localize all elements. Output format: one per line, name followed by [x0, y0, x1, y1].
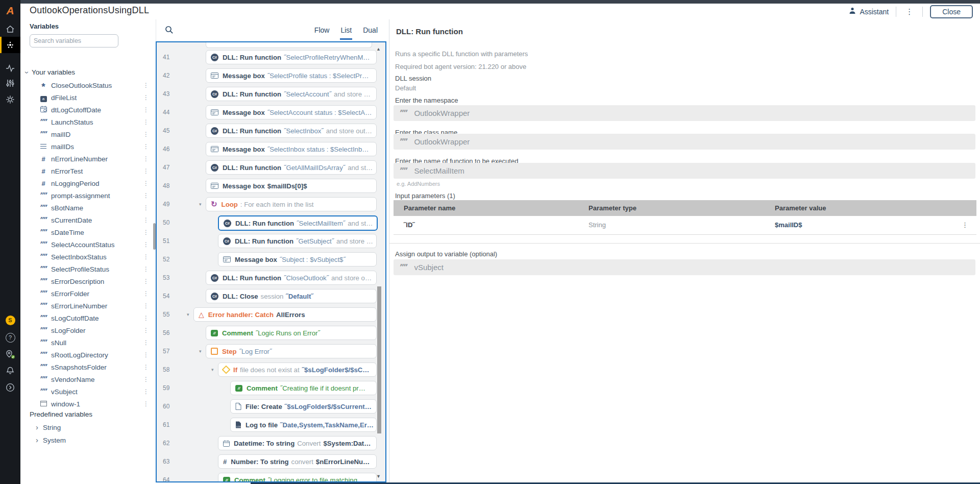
- variable-kebab-menu-icon[interactable]: ⋮: [141, 253, 151, 260]
- your-variables-group-toggle[interactable]: › Your variables: [26, 68, 75, 76]
- class-name-field[interactable]: ”” OutlookWrapper: [394, 134, 975, 150]
- variable-kebab-menu-icon[interactable]: ⋮: [141, 351, 151, 358]
- variable-kebab-menu-icon[interactable]: ⋮: [141, 388, 151, 395]
- expand-rail-chevron-icon[interactable]: [0, 381, 20, 394]
- action-card-41[interactable]: C#DLL: Run function˝SelectProfileRetryWh…: [206, 50, 377, 64]
- variable-list-item[interactable]: ””sLogCutoffDate⋮: [20, 312, 156, 324]
- variable-list-item[interactable]: #nLoggingPeriod⋮: [20, 177, 156, 189]
- action-card-49[interactable]: ↻Loop: For each item in the list: [206, 197, 377, 211]
- tab-list[interactable]: List: [340, 21, 352, 40]
- variable-list-item[interactable]: ””SelectInboxStatus⋮: [20, 251, 156, 263]
- header-kebab-menu-icon[interactable]: ⋮: [903, 7, 915, 16]
- variable-kebab-menu-icon[interactable]: ⋮: [141, 143, 151, 150]
- user-avatar[interactable]: S: [0, 313, 20, 327]
- variable-list-item[interactable]: ””vSubject⋮: [20, 385, 156, 398]
- variable-kebab-menu-icon[interactable]: ⋮: [141, 94, 151, 101]
- variable-kebab-menu-icon[interactable]: ⋮: [141, 204, 151, 211]
- variable-list-item[interactable]: ””sRootLogDirectory⋮: [20, 349, 156, 361]
- action-card-50[interactable]: C#DLL: Run function˝SelectMailItem˝and s…: [218, 215, 378, 231]
- variable-kebab-menu-icon[interactable]: ⋮: [141, 314, 151, 322]
- variable-kebab-menu-icon[interactable]: ⋮: [141, 118, 151, 126]
- collapse-arrow-icon[interactable]: ▾: [199, 202, 202, 207]
- variable-list-item[interactable]: #nErrorTest⋮: [20, 165, 156, 177]
- variable-kebab-menu-icon[interactable]: ⋮: [141, 155, 151, 162]
- list-scrollbar-thumb[interactable]: [377, 286, 381, 433]
- parameter-row[interactable]: ˝ID˝ String $mailID$ ⋮: [394, 216, 976, 235]
- action-card-42[interactable]: Message box˝SelectProfile status : $Sele…: [206, 68, 377, 83]
- variable-list-item[interactable]: ””sErrorLineNumber⋮: [20, 300, 156, 312]
- variable-list-item[interactable]: ””sBotName⋮: [20, 202, 156, 214]
- automation-bots-icon[interactable]: [0, 37, 20, 53]
- variable-kebab-menu-icon[interactable]: ⋮: [141, 216, 151, 224]
- activity-icon[interactable]: [0, 61, 20, 75]
- action-card-63[interactable]: #Number: To stringconvert$nErrorLineNu…: [218, 454, 377, 469]
- assistant-button[interactable]: Assistant: [849, 7, 889, 16]
- manage-sliders-icon[interactable]: [0, 77, 20, 90]
- variable-kebab-menu-icon[interactable]: ⋮: [141, 131, 151, 138]
- variable-list-item[interactable]: ””sLogFolder⋮: [20, 324, 156, 336]
- action-card-47[interactable]: C#DLL: Run function˝GetAllMailIDsArray˝a…: [206, 160, 377, 175]
- action-card-60[interactable]: File: Create˝$sLogFolder$/$sCurrent…: [230, 399, 377, 414]
- variable-list-item[interactable]: ””sNull⋮: [20, 336, 156, 349]
- action-card-43[interactable]: C#DLL: Run function˝SelectAccount˝and st…: [206, 87, 377, 101]
- variable-list-item[interactable]: ””sSnapshotsFolder⋮: [20, 361, 156, 373]
- variable-kebab-menu-icon[interactable]: ⋮: [141, 106, 151, 113]
- variable-kebab-menu-icon[interactable]: ⋮: [141, 167, 151, 175]
- collapse-arrow-icon[interactable]: ▾: [199, 349, 202, 354]
- help-icon[interactable]: ?: [0, 331, 20, 344]
- variable-kebab-menu-icon[interactable]: ⋮: [141, 302, 151, 309]
- action-card-62[interactable]: Datetime: To stringConvert$System:Dat…: [218, 436, 377, 450]
- action-card-59[interactable]: //Comment˝Creating file if it doesnt pr…: [230, 381, 377, 395]
- home-icon[interactable]: [0, 22, 20, 36]
- action-card-57[interactable]: Step˝Log Error˝: [206, 344, 377, 358]
- action-list[interactable]: 41C#DLL: Run function˝SelectProfileRetry…: [156, 41, 386, 482]
- variable-list-item[interactable]: ””mailID⋮: [20, 128, 156, 140]
- variable-kebab-menu-icon[interactable]: ⋮: [141, 339, 151, 346]
- variable-kebab-menu-icon[interactable]: ⋮: [141, 82, 151, 89]
- variable-kebab-menu-icon[interactable]: ⋮: [141, 364, 151, 371]
- action-card-64[interactable]: //Comment˝Logging error to file matching…: [218, 473, 377, 482]
- scroll-up-arrow[interactable]: ▲: [376, 46, 381, 52]
- variable-list-item[interactable]: ””sCurrentDate⋮: [20, 214, 156, 226]
- variable-kebab-menu-icon[interactable]: ⋮: [141, 400, 151, 407]
- assign-output-field[interactable]: ”” vSubject: [394, 259, 975, 275]
- variable-kebab-menu-icon[interactable]: ⋮: [141, 229, 151, 236]
- variable-list-item[interactable]: window-1⋮: [20, 398, 156, 410]
- variable-list-item[interactable]: *CloseOutlookStatus⋮: [20, 79, 156, 91]
- location-status-icon[interactable]: [0, 348, 20, 361]
- variable-list-item[interactable]: ””SelectAccountStatus⋮: [20, 238, 156, 251]
- action-card-52[interactable]: Message box˝Subject : $vSubject$˝: [218, 252, 377, 267]
- close-button[interactable]: Close: [930, 5, 973, 18]
- variable-list-item[interactable]: ””LaunchStatus⋮: [20, 116, 156, 128]
- variable-kebab-menu-icon[interactable]: ⋮: [141, 241, 151, 248]
- variable-list-item[interactable]: ””sErrorFolder⋮: [20, 287, 156, 300]
- action-card-44[interactable]: Message box˝SelectAccount status : $Sele…: [206, 105, 377, 119]
- variable-list-item[interactable]: adFileList⋮: [20, 91, 156, 104]
- action-card-55[interactable]: △Error handler: CatchAllErrors: [193, 307, 377, 322]
- search-actions-icon[interactable]: [165, 26, 174, 36]
- variable-list-item[interactable]: ””sErrorDescription⋮: [20, 275, 156, 287]
- variable-list-item[interactable]: ””sVendorName⋮: [20, 373, 156, 385]
- tab-dual[interactable]: Dual: [362, 21, 378, 40]
- partial-action-card[interactable]: [206, 41, 372, 48]
- collapse-arrow-icon[interactable]: ▾: [187, 312, 189, 317]
- collapse-arrow-icon[interactable]: ▾: [211, 367, 214, 372]
- parameter-row-kebab-icon[interactable]: ⋮: [962, 221, 968, 229]
- action-card-58[interactable]: Iffile does not exist at˝$sLogFolder$/$s…: [218, 362, 377, 377]
- settings-gear-icon[interactable]: [0, 93, 20, 106]
- scroll-down-arrow[interactable]: ▼: [376, 474, 381, 479]
- variable-list-item[interactable]: mailIDs⋮: [20, 140, 156, 153]
- function-name-field[interactable]: ”” SelectMailItem: [394, 163, 975, 179]
- action-card-45[interactable]: C#DLL: Run function˝SelectInbox˝and stor…: [206, 124, 377, 138]
- action-card-53[interactable]: C#DLL: Run function˝CloseOutlook˝and sto…: [206, 271, 377, 285]
- variable-kebab-menu-icon[interactable]: ⋮: [141, 376, 151, 383]
- variable-list-item[interactable]: #nErrorLineNumber⋮: [20, 153, 156, 165]
- tab-flow[interactable]: Flow: [314, 21, 330, 40]
- variable-list-item[interactable]: ””prompt-assignment⋮: [20, 189, 156, 202]
- variable-kebab-menu-icon[interactable]: ⋮: [141, 180, 151, 187]
- variable-list-item[interactable]: ””SelectProfileStatus⋮: [20, 263, 156, 275]
- variable-list-item[interactable]: ””sDateTime⋮: [20, 226, 156, 238]
- search-variables-input[interactable]: [30, 34, 118, 47]
- action-card-61[interactable]: LOGLog to file˝Date,System,TaskName,Er…: [230, 418, 377, 432]
- action-card-48[interactable]: Message box$mailIDs[0]$: [206, 179, 377, 193]
